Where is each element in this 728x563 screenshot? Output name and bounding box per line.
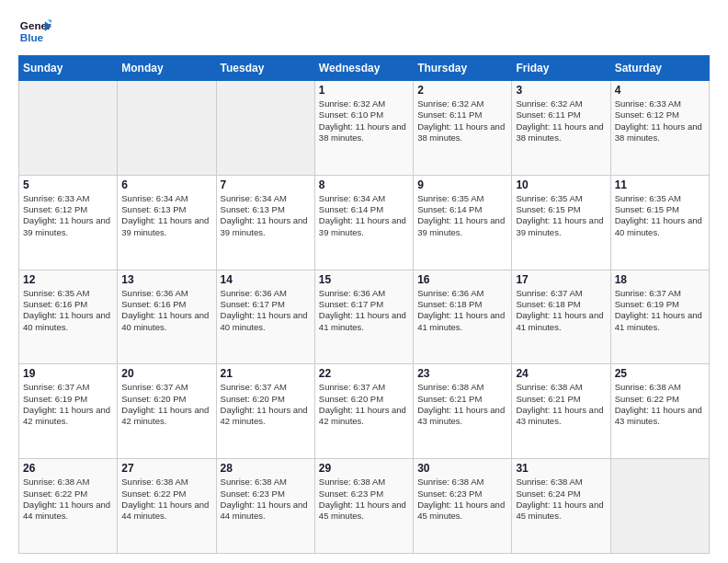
calendar-cell — [19, 81, 118, 176]
day-info: Sunrise: 6:38 AM Sunset: 6:21 PM Dayligh… — [417, 382, 507, 427]
calendar-cell — [118, 81, 216, 176]
page: General Blue SundayMondayTuesdayWednesda… — [0, 0, 728, 563]
day-number: 17 — [516, 273, 606, 286]
day-info: Sunrise: 6:35 AM Sunset: 6:15 PM Dayligh… — [615, 193, 705, 238]
calendar-cell: 21Sunrise: 6:37 AM Sunset: 6:20 PM Dayli… — [216, 364, 314, 459]
calendar-cell: 14Sunrise: 6:36 AM Sunset: 6:17 PM Dayli… — [216, 270, 314, 364]
day-number: 30 — [417, 462, 507, 475]
day-number: 13 — [121, 273, 211, 286]
day-number: 19 — [23, 367, 113, 380]
day-info: Sunrise: 6:37 AM Sunset: 6:18 PM Dayligh… — [516, 288, 606, 333]
day-number: 7 — [221, 178, 311, 191]
day-number: 5 — [23, 178, 113, 191]
day-number: 14 — [221, 273, 311, 286]
day-info: Sunrise: 6:36 AM Sunset: 6:18 PM Dayligh… — [417, 288, 507, 333]
day-number: 3 — [516, 84, 606, 97]
day-number: 23 — [417, 367, 507, 380]
day-info: Sunrise: 6:35 AM Sunset: 6:16 PM Dayligh… — [23, 288, 113, 333]
calendar-day-header: Saturday — [610, 56, 709, 81]
calendar-week-row: 5Sunrise: 6:33 AM Sunset: 6:12 PM Daylig… — [19, 175, 710, 270]
day-number: 18 — [615, 273, 705, 286]
day-info: Sunrise: 6:35 AM Sunset: 6:15 PM Dayligh… — [516, 193, 606, 238]
calendar-week-row: 19Sunrise: 6:37 AM Sunset: 6:19 PM Dayli… — [19, 364, 710, 459]
day-number: 2 — [417, 84, 507, 97]
day-info: Sunrise: 6:32 AM Sunset: 6:10 PM Dayligh… — [319, 98, 409, 144]
day-info: Sunrise: 6:38 AM Sunset: 6:24 PM Dayligh… — [516, 477, 606, 522]
day-info: Sunrise: 6:37 AM Sunset: 6:19 PM Dayligh… — [615, 288, 705, 333]
day-info: Sunrise: 6:38 AM Sunset: 6:23 PM Dayligh… — [417, 477, 507, 522]
calendar-cell: 24Sunrise: 6:38 AM Sunset: 6:21 PM Dayli… — [512, 364, 610, 459]
calendar-cell: 9Sunrise: 6:35 AM Sunset: 6:14 PM Daylig… — [414, 175, 512, 270]
calendar-cell: 11Sunrise: 6:35 AM Sunset: 6:15 PM Dayli… — [610, 175, 709, 270]
day-number: 11 — [615, 178, 705, 191]
day-info: Sunrise: 6:32 AM Sunset: 6:11 PM Dayligh… — [417, 98, 507, 144]
day-info: Sunrise: 6:35 AM Sunset: 6:14 PM Dayligh… — [417, 193, 507, 238]
calendar-cell: 31Sunrise: 6:38 AM Sunset: 6:24 PM Dayli… — [512, 459, 610, 554]
calendar-cell: 19Sunrise: 6:37 AM Sunset: 6:19 PM Dayli… — [19, 364, 118, 459]
day-number: 8 — [319, 178, 409, 191]
day-info: Sunrise: 6:32 AM Sunset: 6:11 PM Dayligh… — [516, 98, 606, 144]
day-info: Sunrise: 6:37 AM Sunset: 6:20 PM Dayligh… — [221, 382, 311, 427]
day-info: Sunrise: 6:37 AM Sunset: 6:19 PM Dayligh… — [23, 382, 113, 427]
day-number: 31 — [516, 462, 606, 475]
calendar-cell: 4Sunrise: 6:33 AM Sunset: 6:12 PM Daylig… — [610, 81, 709, 176]
calendar-day-header: Tuesday — [216, 56, 314, 81]
calendar-table: SundayMondayTuesdayWednesdayThursdayFrid… — [18, 55, 710, 554]
day-info: Sunrise: 6:34 AM Sunset: 6:13 PM Dayligh… — [121, 193, 211, 238]
logo: General Blue — [18, 15, 51, 48]
calendar-cell — [216, 81, 314, 176]
day-info: Sunrise: 6:34 AM Sunset: 6:13 PM Dayligh… — [221, 193, 311, 238]
day-number: 22 — [319, 367, 409, 380]
calendar-cell: 10Sunrise: 6:35 AM Sunset: 6:15 PM Dayli… — [512, 175, 610, 270]
day-number: 21 — [221, 367, 311, 380]
calendar-cell: 16Sunrise: 6:36 AM Sunset: 6:18 PM Dayli… — [414, 270, 512, 364]
header: General Blue — [18, 15, 710, 48]
day-info: Sunrise: 6:38 AM Sunset: 6:22 PM Dayligh… — [23, 477, 113, 522]
day-number: 24 — [516, 367, 606, 380]
calendar-day-header: Friday — [512, 56, 610, 81]
day-number: 28 — [221, 462, 311, 475]
calendar-cell: 13Sunrise: 6:36 AM Sunset: 6:16 PM Dayli… — [118, 270, 216, 364]
day-info: Sunrise: 6:36 AM Sunset: 6:16 PM Dayligh… — [121, 288, 211, 333]
calendar-cell: 6Sunrise: 6:34 AM Sunset: 6:13 PM Daylig… — [118, 175, 216, 270]
day-number: 9 — [417, 178, 507, 191]
calendar-day-header: Sunday — [19, 56, 118, 81]
calendar-cell: 12Sunrise: 6:35 AM Sunset: 6:16 PM Dayli… — [19, 270, 118, 364]
calendar-cell: 2Sunrise: 6:32 AM Sunset: 6:11 PM Daylig… — [414, 81, 512, 176]
calendar-cell: 8Sunrise: 6:34 AM Sunset: 6:14 PM Daylig… — [314, 175, 413, 270]
calendar-cell: 27Sunrise: 6:38 AM Sunset: 6:22 PM Dayli… — [118, 459, 216, 554]
day-number: 6 — [121, 178, 211, 191]
calendar-cell: 26Sunrise: 6:38 AM Sunset: 6:22 PM Dayli… — [19, 459, 118, 554]
day-number: 29 — [319, 462, 409, 475]
calendar-cell: 15Sunrise: 6:36 AM Sunset: 6:17 PM Dayli… — [314, 270, 413, 364]
calendar-header-row: SundayMondayTuesdayWednesdayThursdayFrid… — [19, 56, 710, 81]
day-info: Sunrise: 6:33 AM Sunset: 6:12 PM Dayligh… — [615, 98, 705, 144]
day-info: Sunrise: 6:38 AM Sunset: 6:22 PM Dayligh… — [121, 477, 211, 522]
calendar-cell: 28Sunrise: 6:38 AM Sunset: 6:23 PM Dayli… — [216, 459, 314, 554]
day-info: Sunrise: 6:38 AM Sunset: 6:23 PM Dayligh… — [221, 477, 311, 522]
calendar-cell: 1Sunrise: 6:32 AM Sunset: 6:10 PM Daylig… — [314, 81, 413, 176]
calendar-week-row: 26Sunrise: 6:38 AM Sunset: 6:22 PM Dayli… — [19, 459, 710, 554]
day-info: Sunrise: 6:37 AM Sunset: 6:20 PM Dayligh… — [121, 382, 211, 427]
day-number: 20 — [121, 367, 211, 380]
calendar-cell: 7Sunrise: 6:34 AM Sunset: 6:13 PM Daylig… — [216, 175, 314, 270]
calendar-cell: 20Sunrise: 6:37 AM Sunset: 6:20 PM Dayli… — [118, 364, 216, 459]
day-info: Sunrise: 6:38 AM Sunset: 6:22 PM Dayligh… — [615, 382, 705, 427]
calendar-cell: 30Sunrise: 6:38 AM Sunset: 6:23 PM Dayli… — [414, 459, 512, 554]
calendar-cell: 3Sunrise: 6:32 AM Sunset: 6:11 PM Daylig… — [512, 81, 610, 176]
day-info: Sunrise: 6:36 AM Sunset: 6:17 PM Dayligh… — [221, 288, 311, 333]
day-number: 25 — [615, 367, 705, 380]
day-number: 1 — [319, 84, 409, 97]
calendar-cell: 17Sunrise: 6:37 AM Sunset: 6:18 PM Dayli… — [512, 270, 610, 364]
calendar-cell: 29Sunrise: 6:38 AM Sunset: 6:23 PM Dayli… — [314, 459, 413, 554]
calendar-cell: 5Sunrise: 6:33 AM Sunset: 6:12 PM Daylig… — [19, 175, 118, 270]
day-number: 12 — [23, 273, 113, 286]
calendar-week-row: 1Sunrise: 6:32 AM Sunset: 6:10 PM Daylig… — [19, 81, 710, 176]
svg-text:Blue: Blue — [20, 31, 44, 43]
calendar-week-row: 12Sunrise: 6:35 AM Sunset: 6:16 PM Dayli… — [19, 270, 710, 364]
day-info: Sunrise: 6:34 AM Sunset: 6:14 PM Dayligh… — [319, 193, 409, 238]
calendar-cell: 25Sunrise: 6:38 AM Sunset: 6:22 PM Dayli… — [610, 364, 709, 459]
logo-icon: General Blue — [18, 15, 51, 48]
day-number: 10 — [516, 178, 606, 191]
day-number: 27 — [121, 462, 211, 475]
